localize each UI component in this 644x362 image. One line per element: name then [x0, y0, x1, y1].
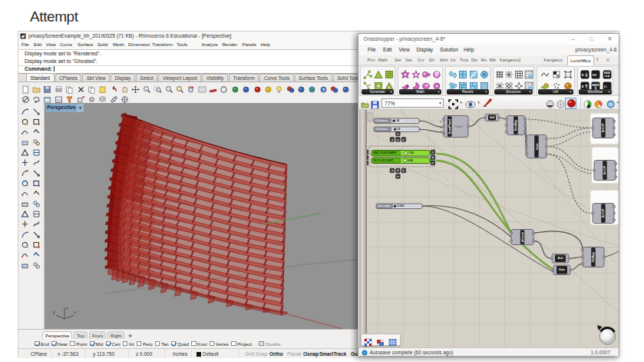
svg-text:SAVE: SAVE	[603, 71, 609, 75]
svg-text:Panels: Panels	[455, 125, 463, 128]
svg-text:pDecon: pDecon	[521, 231, 524, 241]
svg-text:V: V	[440, 131, 441, 134]
svg-text:WALL PLUS SWAPS: WALL PLUS SWAPS	[374, 151, 397, 154]
svg-text:Srf CP: Srf CP	[602, 123, 605, 132]
svg-text:x: x	[581, 72, 583, 77]
svg-text:V Divisions: V Divisions	[375, 128, 388, 131]
svg-text:Dom: Dom	[559, 268, 565, 271]
svg-text:0.80: 0.80	[408, 158, 413, 161]
svg-text:BAKE: BAKE	[593, 83, 599, 86]
svg-text:QuadPanel: QuadPanel	[448, 118, 451, 134]
svg-text:▲: ▲	[397, 132, 400, 135]
svg-text:16: 16	[398, 128, 401, 131]
svg-text:Bnd: Bnd	[558, 257, 563, 260]
svg-text:▲: ▲	[397, 138, 400, 141]
svg-text:U Divisions: U Divisions	[375, 119, 388, 122]
svg-text:►: ►	[431, 161, 434, 164]
svg-text:▼: ▼	[397, 174, 400, 178]
svg-text:◄: ◄	[367, 161, 368, 164]
svg-text:I/O: I/O	[593, 73, 596, 77]
svg-text:S: S	[440, 121, 441, 124]
svg-text:ReMap: ReMap	[592, 251, 595, 261]
svg-text:Item: Item	[535, 142, 539, 149]
svg-text:▼: ▼	[397, 169, 400, 172]
svg-text:■: ■	[432, 156, 434, 159]
svg-text:SH 11 LSC LIGHT: SH 11 LSC LIGHT	[374, 158, 394, 161]
svg-text:◄: ◄	[391, 138, 394, 141]
svg-text:Srf CP: Srf CP	[603, 165, 606, 174]
svg-text:BoxMap: BoxMap	[514, 119, 517, 131]
svg-text:0.500: 0.500	[397, 204, 404, 208]
svg-text:14: 14	[396, 119, 399, 122]
svg-text:C:: C:	[603, 85, 606, 88]
svg-text:x: x	[74, 310, 76, 314]
svg-text:U: U	[440, 125, 441, 128]
svg-text:Tab Length: Tab Length	[378, 204, 390, 208]
svg-text:►: ►	[402, 138, 405, 141]
svg-text:4x4: 4x4	[490, 116, 494, 119]
svg-text:◄: ◄	[391, 169, 394, 172]
svg-text:Srf CP: Srf CP	[602, 208, 605, 218]
svg-text:?: ?	[322, 88, 325, 92]
svg-text:◄: ◄	[367, 151, 368, 154]
svg-text:7.05: 7.05	[408, 151, 414, 154]
svg-text:►: ►	[431, 151, 434, 154]
svg-text:z: z	[66, 306, 68, 311]
svg-text:►: ►	[402, 169, 405, 172]
svg-text:y: y	[53, 310, 55, 314]
svg-text:x: x	[581, 84, 583, 88]
